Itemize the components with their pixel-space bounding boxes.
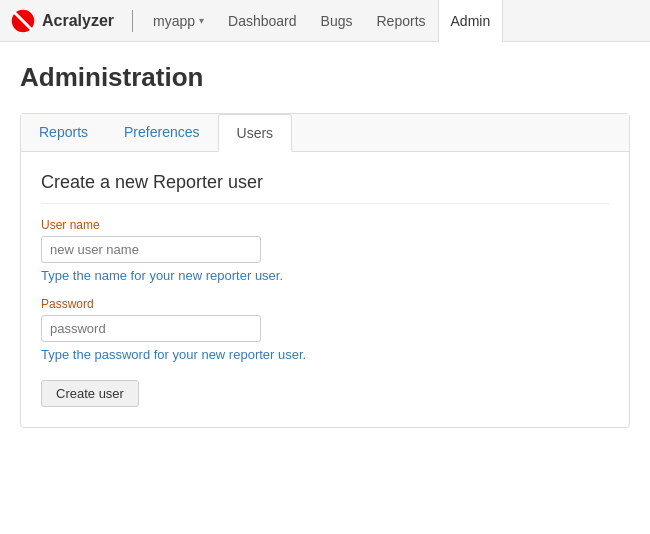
page-content: Administration Reports Preferences Users… xyxy=(0,42,650,448)
nav-item-admin[interactable]: Admin xyxy=(438,0,504,42)
nav-separator xyxy=(132,10,133,32)
tab-bar: Reports Preferences Users xyxy=(21,114,629,152)
brand-logo[interactable]: Acralyzer xyxy=(10,8,114,34)
user-form: Create a new Reporter user User name Typ… xyxy=(21,152,629,427)
tab-preferences[interactable]: Preferences xyxy=(106,114,217,152)
nav-item-dashboard[interactable]: Dashboard xyxy=(216,0,309,42)
username-input[interactable] xyxy=(41,236,261,263)
password-label: Password xyxy=(41,297,609,311)
tab-users[interactable]: Users xyxy=(218,114,293,152)
chevron-down-icon: ▾ xyxy=(199,15,204,26)
form-heading: Create a new Reporter user xyxy=(41,172,609,204)
create-user-button[interactable]: Create user xyxy=(41,380,139,407)
username-label: User name xyxy=(41,218,609,232)
acralyzer-logo-icon xyxy=(10,8,36,34)
navbar: Acralyzer myapp ▾ Dashboard Bugs Reports… xyxy=(0,0,650,42)
page-title: Administration xyxy=(20,62,630,93)
password-group: Password Type the password for your new … xyxy=(41,297,609,362)
brand-name: Acralyzer xyxy=(42,12,114,30)
nav-item-bugs[interactable]: Bugs xyxy=(309,0,365,42)
nav-app-dropdown[interactable]: myapp ▾ xyxy=(141,0,216,42)
nav-app-label: myapp xyxy=(153,13,195,29)
nav-item-reports[interactable]: Reports xyxy=(365,0,438,42)
password-hint: Type the password for your new reporter … xyxy=(41,347,609,362)
username-group: User name Type the name for your new rep… xyxy=(41,218,609,283)
username-hint: Type the name for your new reporter user… xyxy=(41,268,609,283)
admin-card: Reports Preferences Users Create a new R… xyxy=(20,113,630,428)
tab-reports[interactable]: Reports xyxy=(21,114,106,152)
password-input[interactable] xyxy=(41,315,261,342)
